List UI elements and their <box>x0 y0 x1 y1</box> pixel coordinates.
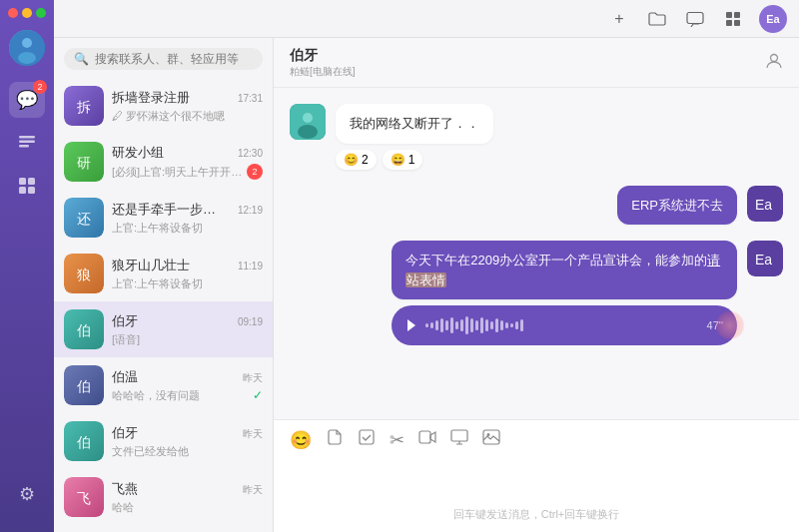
file-button[interactable] <box>326 428 344 451</box>
msg-sent-bubble: ERP系统进不去 <box>617 186 737 226</box>
contact-item[interactable]: 飞 飞燕 昨天 哈哈 <box>54 469 273 525</box>
input-toolbar: 😊 ✂ <box>290 428 783 451</box>
maximize-button[interactable] <box>36 8 46 18</box>
contact-info: 伯牙 09:19 [语音] <box>112 312 263 347</box>
folder-button[interactable] <box>645 7 669 31</box>
contact-item[interactable]: 还 还是手牵手一步… 12:19 上官:上午将设备切 <box>54 190 273 246</box>
contact-name-row: 拆墙登录注册 17:31 <box>112 89 263 107</box>
wave-bar <box>445 320 448 330</box>
contact-item[interactable]: 伯 伯牙 昨天 文件已经发给他 <box>54 413 273 469</box>
contact-time: 12:30 <box>238 148 263 159</box>
contact-item[interactable]: 狼 狼牙山几壮士 11:19 上官:上午将设备切 <box>54 246 273 301</box>
sidebar-settings[interactable]: ⚙ <box>9 476 45 520</box>
image-button[interactable] <box>482 429 500 450</box>
contact-name-row: 狼牙山几壮士 11:19 <box>112 257 263 274</box>
contact-info: 伯牙 昨天 文件已经发给他 <box>112 424 263 459</box>
minimize-button[interactable] <box>22 8 32 18</box>
contact-preview-text: 上官:上午将设备切 <box>112 221 203 236</box>
settings-icon-wrapper[interactable]: ⚙ <box>9 476 45 512</box>
contact-name: 还是手牵手一步… <box>112 201 216 219</box>
input-hint: 回车键发送消息，Ctrl+回车键换行 <box>290 503 783 528</box>
main-content: + Ea <box>54 0 799 532</box>
contact-preview-text: [语音] <box>112 332 140 347</box>
sidebar-icon-contacts[interactable] <box>9 126 45 162</box>
contact-preview: 🖊 罗怀淋这个很不地嗯 <box>112 109 263 124</box>
reaction-emoji-1: 😊 <box>344 153 359 167</box>
svg-rect-41 <box>451 430 467 441</box>
reaction-2[interactable]: 😄 1 <box>383 150 423 170</box>
contact-items: 拆 拆墙登录注册 17:31 🖊 罗怀淋这个很不地嗯 <box>54 78 273 532</box>
contact-avatar: 伯 <box>64 421 104 461</box>
svg-rect-10 <box>687 12 703 23</box>
msg-avatar <box>290 104 326 140</box>
svg-point-34 <box>298 125 318 139</box>
screen-share-button[interactable] <box>450 429 468 450</box>
svg-point-33 <box>303 113 313 123</box>
video-call-button[interactable] <box>418 429 436 450</box>
task-button[interactable] <box>358 428 376 451</box>
contact-preview: 上官:上午将设备切 <box>112 276 263 291</box>
traffic-lights <box>0 8 46 18</box>
my-avatar[interactable] <box>9 30 45 66</box>
reaction-count-1: 2 <box>362 153 369 167</box>
contact-avatar: 飞 <box>64 477 104 517</box>
search-icon: 🔍 <box>74 52 89 66</box>
message-row-voice: Ea 今天下午在2209办公室开一个产品宣讲会，能参加的请 站表情 <box>290 241 783 345</box>
contact-avatar: 伯 <box>64 309 104 349</box>
wave-bar <box>460 319 463 331</box>
contact-item[interactable]: 拆 拆墙登录注册 17:31 🖊 罗怀淋这个很不地嗯 <box>54 78 273 134</box>
close-button[interactable] <box>8 8 18 18</box>
user-header-avatar[interactable]: Ea <box>759 5 787 33</box>
chat-button[interactable] <box>683 7 707 31</box>
unread-badge: 2 <box>247 164 263 180</box>
contact-avatar: 伯 <box>64 365 104 405</box>
add-button[interactable]: + <box>607 7 631 31</box>
voice-waveform <box>425 315 698 335</box>
contact-info: 狼牙山几壮士 11:19 上官:上午将设备切 <box>112 257 263 291</box>
contact-preview: 文件已经发给他 <box>112 444 263 459</box>
screenshot-button[interactable]: ✂ <box>390 429 404 451</box>
contact-info: 研发小组 12:30 [必须]上官:明天上午开开大例会 2 <box>112 144 263 180</box>
emoji-button[interactable]: 😊 <box>290 429 312 451</box>
chat-input[interactable] <box>290 459 783 499</box>
chat-user-icon[interactable] <box>765 52 783 74</box>
svg-text:伯: 伯 <box>76 434 91 450</box>
wave-bar <box>475 320 478 330</box>
chat-header-info: 伯牙 粕鲢[电脑在线] <box>290 47 356 79</box>
search-input[interactable] <box>95 52 253 66</box>
wave-bar <box>515 321 518 329</box>
reaction-1[interactable]: 😊 2 <box>336 150 377 170</box>
contacts-icon <box>17 132 37 157</box>
svg-rect-39 <box>360 430 374 444</box>
contact-item[interactable]: 伯 伯温 昨天 哈哈哈，没有问题 ✓ <box>54 357 273 413</box>
grid-button[interactable] <box>721 7 745 31</box>
voice-message-bar[interactable]: 47'' <box>392 305 737 345</box>
contact-name: 伯温 <box>112 368 138 386</box>
search-wrapper[interactable]: 🔍 <box>64 48 263 70</box>
contact-preview: [语音] <box>112 332 263 347</box>
sidebar-icon-apps[interactable] <box>9 170 45 206</box>
contact-preview: 哈哈 <box>112 500 263 515</box>
wave-bar <box>485 319 488 331</box>
contact-preview-text: 上官:上午将设备切 <box>112 276 203 291</box>
wave-bar <box>480 317 483 333</box>
wave-bar <box>505 322 508 328</box>
contact-preview-text: 哈哈 <box>112 500 134 515</box>
sidebar-icon-chat[interactable]: 💬 2 <box>9 82 45 118</box>
svg-rect-5 <box>19 145 29 148</box>
contact-preview: 上官:上午将设备切 <box>112 221 263 236</box>
play-icon <box>405 317 417 333</box>
contact-info: 飞燕 昨天 哈哈 <box>112 480 263 515</box>
svg-rect-6 <box>19 178 26 185</box>
svg-point-1 <box>22 38 32 48</box>
contact-item[interactable]: 伯 伯牙 09:19 [语音] <box>54 301 273 357</box>
contact-time: 09:19 <box>238 316 263 327</box>
contact-avatar: 研 <box>64 142 104 182</box>
contact-info: 还是手牵手一步… 12:19 上官:上午将设备切 <box>112 201 263 236</box>
contact-time: 昨天 <box>243 483 263 497</box>
chat-main: 伯牙 粕鲢[电脑在线] <box>274 38 799 532</box>
contact-time: 昨天 <box>243 371 263 385</box>
contact-item[interactable]: 研 研发小组 12:30 [必须]上官:明天上午开开大例会 2 <box>54 134 273 190</box>
wave-bar <box>440 318 443 332</box>
contact-time: 17:31 <box>238 93 263 104</box>
